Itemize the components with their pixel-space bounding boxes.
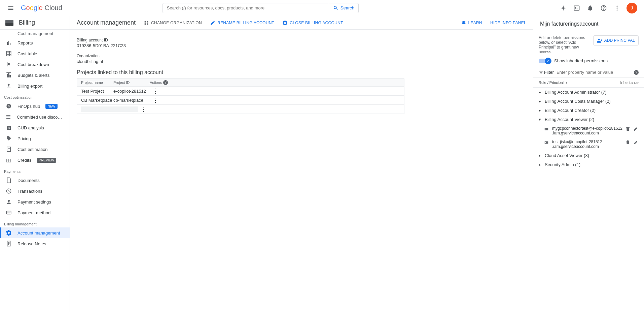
notes-icon <box>5 240 12 247</box>
sort-asc-icon[interactable]: ↑ <box>566 81 568 85</box>
help-icon[interactable]: ? <box>634 70 639 75</box>
col-header-id[interactable]: Project ID <box>113 81 150 85</box>
caret-right-icon: ▸ <box>539 108 543 113</box>
learn-button[interactable]: LEARN <box>461 20 482 26</box>
sidebar-item-payment-method[interactable]: Payment method <box>0 207 70 218</box>
google-cloud-logo[interactable]: Google Cloud <box>20 4 62 12</box>
role-row[interactable]: ▸ Security Admin (1) <box>533 160 644 169</box>
role-label: Cloud Asset Viewer (3) <box>545 153 589 158</box>
sidebar-item-pricing[interactable]: Pricing <box>0 133 70 144</box>
sidebar-header: Billing <box>0 16 70 30</box>
add-principal-button[interactable]: ADD PRINCIPAL <box>593 35 639 45</box>
filter-input[interactable] <box>557 70 631 75</box>
sidebar-item-cost-table[interactable]: Cost table <box>0 48 70 59</box>
sidebar-item-cut[interactable]: Cost management <box>0 30 70 37</box>
search-input[interactable] <box>163 3 329 13</box>
sidebar-item-cost-breakdown[interactable]: Cost breakdown <box>0 59 70 70</box>
delete-icon[interactable] <box>625 126 631 132</box>
role-row[interactable]: ▸ Billing Account Costs Manager (2) <box>533 97 644 106</box>
role-row-expanded[interactable]: ▾ Billing Account Viewer (2) <box>533 115 644 124</box>
svg-point-24 <box>545 142 546 143</box>
role-row[interactable]: ▸ Billing Account Administrator (7) <box>533 88 644 97</box>
svg-rect-10 <box>8 148 10 149</box>
sidebar-item-release-notes[interactable]: Release Notes <box>0 238 70 249</box>
role-label: Billing Account Creator (2) <box>545 108 596 113</box>
sidebar-item-credits[interactable]: Credits PREVIEW <box>0 155 70 165</box>
svg-point-2 <box>616 5 617 6</box>
close-billing-account-button[interactable]: CLOSE BILLING ACCOUNT <box>282 20 343 26</box>
billing-icon <box>5 20 13 26</box>
gemini-icon[interactable] <box>559 4 567 12</box>
project-name-cell[interactable]: Test Project <box>77 89 113 94</box>
organization-label: Organization <box>77 54 526 58</box>
action-label: LEARN <box>468 21 482 25</box>
bar-chart-icon <box>5 39 12 46</box>
sidebar-item-transactions[interactable]: Transactions <box>0 186 70 196</box>
sidebar-item-documents[interactable]: Documents <box>0 175 70 186</box>
role-label: Billing Account Administrator (7) <box>545 90 607 95</box>
role-row[interactable]: ▸ Billing Account Creator (2) <box>533 106 644 115</box>
table-row-loading: ⋮ <box>77 105 404 114</box>
hide-info-panel-button[interactable]: HIDE INFO PANEL <box>490 20 526 26</box>
sidebar-item-payment-settings[interactable]: Payment settings <box>0 196 70 207</box>
cloud-shell-icon[interactable] <box>573 4 581 12</box>
sidebar-item-account-management[interactable]: Account management <box>0 227 70 238</box>
nav-label: CUD analysis <box>17 125 44 130</box>
info-panel-title: Mijn factureringsaccount <box>533 16 644 32</box>
sidebar-item-cud[interactable]: Committed use discounts… <box>0 112 70 122</box>
filter-label: Filter <box>539 70 554 75</box>
hamburger-menu-button[interactable] <box>3 0 19 16</box>
inherited-permissions-toggle[interactable] <box>539 59 551 63</box>
edit-icon[interactable] <box>633 126 639 132</box>
inheritance-col-label[interactable]: Inheritance <box>620 81 639 85</box>
sidebar-item-cud-analysis[interactable]: % CUD analysis <box>0 122 70 133</box>
nav-label: Pricing <box>17 136 31 141</box>
row-actions-menu[interactable]: ⋮ <box>150 97 161 103</box>
svg-rect-14 <box>6 211 11 214</box>
sidebar-item-cost-estimation[interactable]: Cost estimation <box>0 144 70 155</box>
nav-label: Cost table <box>17 51 37 56</box>
row-actions-menu[interactable]: ⋮ <box>150 88 161 94</box>
sidebar-item-finops[interactable]: $ FinOps hub NEW <box>0 101 70 112</box>
row-actions-menu[interactable]: ⋮ <box>138 106 149 112</box>
more-icon[interactable] <box>613 4 621 12</box>
section-payments: Payments <box>0 165 70 175</box>
sidebar-scroll[interactable]: Cost management Reports Cost table Cost … <box>0 30 70 312</box>
sidebar-item-reports[interactable]: Reports <box>0 37 70 48</box>
principal-email: test-jiska@e-copilot-281512 .iam.gservic… <box>552 139 622 149</box>
svg-rect-18 <box>147 23 148 25</box>
toggle-label: Show inherited permissions <box>554 58 608 63</box>
search-button-label: Search <box>341 5 354 10</box>
avatar[interactable]: J <box>627 3 637 13</box>
edit-icon[interactable] <box>633 139 639 146</box>
page-header: Account management CHANGE ORGANIZATION R… <box>70 16 533 30</box>
rename-billing-account-button[interactable]: RENAME BILLING ACCOUNT <box>210 20 274 26</box>
person-icon <box>5 198 12 205</box>
preview-badge: PREVIEW <box>37 158 56 163</box>
project-name-cell[interactable]: CB Marketplace <box>77 98 113 103</box>
main-content: Account management CHANGE ORGANIZATION R… <box>70 16 533 312</box>
role-row[interactable]: ▸ Cloud Asset Viewer (3) <box>533 151 644 160</box>
delete-icon[interactable] <box>625 139 631 146</box>
service-account-icon <box>544 127 549 132</box>
top-bar: Google Cloud Search J <box>0 0 644 16</box>
col-header-name[interactable]: Project name <box>77 81 113 85</box>
caret-down-icon: ▾ <box>539 117 543 122</box>
sidebar-item-budgets[interactable]: Budgets & alerts <box>0 70 70 81</box>
help-icon[interactable]: ? <box>163 80 168 85</box>
action-label: HIDE INFO PANEL <box>490 21 526 25</box>
help-icon[interactable] <box>600 4 608 12</box>
role-label: Billing Account Viewer (2) <box>545 117 594 122</box>
section-billing-mgmt: Billing management <box>0 218 70 227</box>
section-cost-optimization: Cost optimization <box>0 91 70 101</box>
principal-row: test-jiska@e-copilot-281512 .iam.gservic… <box>533 137 644 151</box>
panel-help-text: Edit or delete permissions below, or sel… <box>539 35 590 54</box>
sidebar: Billing Cost management Reports Cost tab… <box>0 16 70 312</box>
sidebar-item-billing-export[interactable]: Billing export <box>0 81 70 91</box>
role-col-label[interactable]: Role / Principal <box>539 81 564 85</box>
role-label: Billing Account Costs Manager (2) <box>545 99 611 104</box>
notifications-icon[interactable] <box>586 4 594 12</box>
caret-right-icon: ▸ <box>539 90 543 95</box>
search-button[interactable]: Search <box>329 3 359 13</box>
change-organization-button[interactable]: CHANGE ORGANIZATION <box>144 20 202 26</box>
